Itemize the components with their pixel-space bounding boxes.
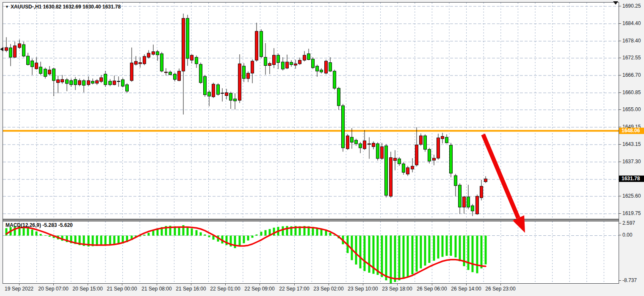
price-axis[interactable]: 1690.251684.401678.401672.551666.701660.… — [619, 0, 644, 296]
bear-candle — [450, 145, 453, 173]
bull-candle — [238, 64, 241, 100]
macd-bar — [355, 236, 357, 265]
macd-bar — [44, 235, 47, 236]
time-axis-label: 22 Sep 17:00 — [275, 286, 313, 292]
bull-candle — [225, 93, 228, 96]
bull-candle — [14, 46, 17, 57]
macd-bar — [433, 236, 435, 261]
bear-candle — [282, 62, 285, 69]
axis-tick — [619, 223, 621, 223]
macd-bar — [455, 236, 457, 258]
bear-candle — [91, 81, 94, 83]
bull-candle — [135, 61, 138, 64]
bull-candle — [182, 18, 185, 71]
macd-bar — [325, 231, 327, 236]
macd-indicator-label: MACD(12,26,9) -5.283 -5.620 — [6, 222, 73, 228]
macd-bar — [100, 236, 102, 246]
chart-dropdown-icon[interactable]: ▼ — [5, 5, 9, 9]
time-axis-label: 20 Sep 07:00 — [34, 286, 72, 292]
chart-shift-marker-icon — [613, 1, 618, 5]
macd-bar — [187, 227, 189, 236]
macd-bar — [40, 234, 42, 236]
macd-bar — [252, 236, 254, 238]
bear-candle — [104, 74, 107, 85]
bear-candle — [229, 93, 232, 101]
bull-candle — [143, 56, 146, 64]
bear-candle — [126, 85, 129, 91]
time-axis[interactable]: 19 Sep 202220 Sep 07:0020 Sep 15:0021 Se… — [0, 283, 644, 296]
bear-candle — [44, 69, 47, 76]
axis-tick — [157, 283, 157, 285]
macd-bar — [256, 235, 258, 236]
bull-candle — [130, 63, 133, 81]
price-pane[interactable]: ▼XAUUSD-,H1 1630.82 1632.69 1630.40 1631… — [3, 3, 619, 219]
bear-candle — [355, 140, 358, 144]
axis-tick — [619, 127, 621, 127]
time-axis-label: 19 Sep 2022 — [0, 286, 38, 292]
left-edge-marker-icon — [0, 47, 3, 51]
axis-tick — [432, 283, 432, 285]
axis-tick — [619, 235, 621, 235]
macd-bar — [49, 236, 51, 237]
axis-tick — [329, 283, 329, 285]
bear-candle — [329, 63, 332, 71]
macd-pane[interactable]: MACD(12,26,9) -5.283 -5.620 — [3, 221, 619, 283]
price-axis-label: 1672.55 — [622, 55, 641, 61]
bull-candle — [294, 64, 297, 65]
macd-bar — [403, 236, 405, 279]
candlestick-chart-surface[interactable] — [3, 3, 619, 219]
axis-tick — [619, 6, 621, 6]
bull-candle — [406, 168, 409, 174]
bear-candle — [320, 70, 323, 72]
price-axis-label: 1625.60 — [622, 193, 641, 199]
bear-candle — [316, 66, 319, 71]
macd-bar — [286, 226, 288, 236]
macd-bar — [428, 236, 431, 263]
bull-candle — [57, 80, 60, 83]
bear-candle — [186, 18, 189, 59]
bear-candle — [195, 57, 198, 64]
macd-bar — [208, 236, 210, 237]
macd-signal-line[interactable] — [6, 227, 486, 279]
axis-tick — [619, 280, 621, 281]
macd-bar — [247, 236, 249, 241]
bull-candle — [463, 197, 466, 207]
bull-candle — [441, 137, 444, 139]
macd-bar — [437, 236, 439, 259]
bear-candle — [424, 136, 427, 149]
current-price-tag: 1631.78 — [619, 176, 644, 182]
axis-tick — [619, 144, 621, 145]
bull-candle — [411, 166, 414, 169]
bull-candle — [415, 145, 418, 165]
bull-candle — [212, 84, 215, 97]
candlestick-series[interactable] — [5, 14, 487, 216]
bear-candle — [39, 67, 42, 73]
bear-candle — [83, 81, 86, 85]
macd-bar — [394, 236, 396, 282]
price-axis-label: 1643.15 — [622, 141, 641, 147]
macd-bar — [273, 228, 275, 236]
bear-candle — [204, 76, 207, 95]
macd-bar — [200, 232, 202, 236]
axis-tick — [363, 283, 363, 285]
bull-candle — [178, 71, 181, 81]
bull-candle — [390, 158, 392, 196]
time-axis-label: 20 Sep 15:00 — [69, 286, 107, 292]
macd-bar — [113, 236, 116, 245]
bull-candle — [35, 63, 38, 69]
bull-candle — [368, 144, 371, 144]
chart-title: ▼XAUUSD-,H1 1630.82 1632.69 1630.40 1631… — [5, 4, 121, 10]
bull-candle — [139, 63, 142, 64]
macd-bar — [476, 236, 478, 274]
macd-bar — [398, 236, 401, 281]
hline-price-tag: 1648.06 — [619, 128, 644, 134]
bear-candle — [122, 80, 124, 86]
macd-bar — [204, 235, 206, 236]
bull-candle — [191, 55, 193, 60]
macd-chart-surface[interactable] — [3, 221, 619, 283]
axis-tick — [397, 283, 398, 285]
macd-bar — [424, 236, 426, 266]
bear-candle — [277, 55, 280, 62]
price-axis-label: 1678.40 — [622, 38, 641, 44]
bear-candle — [454, 176, 457, 186]
